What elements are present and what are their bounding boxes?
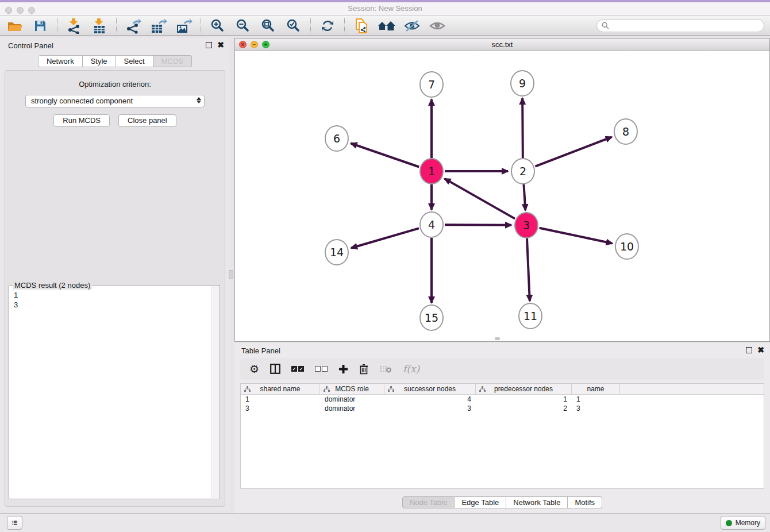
control-panel-float-icon[interactable] (206, 42, 212, 48)
deselect-all-button[interactable] (315, 362, 328, 376)
table-cell[interactable]: 1 (241, 395, 320, 404)
export-image-icon (175, 18, 192, 34)
clone-network-button[interactable] (351, 17, 372, 34)
table-row[interactable]: 1dominator411 (241, 395, 764, 404)
zoom-selected-button[interactable] (283, 17, 304, 34)
graph-node-8[interactable]: 8 (614, 119, 637, 144)
task-history-button[interactable] (7, 516, 22, 530)
app-minimize-button[interactable] (17, 7, 24, 14)
app-maximize-button[interactable] (28, 7, 35, 14)
table-cell[interactable]: 2 (476, 404, 572, 413)
close-panel-button[interactable]: Close panel (118, 114, 176, 127)
edge-4-14[interactable] (351, 228, 419, 248)
mcds-result-list[interactable]: 13 (9, 288, 211, 499)
result-scrollbar[interactable] (211, 286, 219, 498)
app-close-button[interactable] (5, 7, 12, 14)
show-details-button[interactable] (427, 17, 448, 34)
node-label: 8 (622, 125, 629, 138)
memory-button[interactable]: Memory (721, 516, 765, 530)
function-builder-button[interactable]: f(x) (403, 362, 419, 376)
zoom-fit-button[interactable] (258, 17, 279, 34)
column-header-mcds-role[interactable]: MCDS role (320, 384, 384, 394)
export-network-button[interactable] (123, 17, 144, 34)
column-header-successor-nodes[interactable]: successor nodes (384, 384, 476, 394)
search-box[interactable] (596, 19, 764, 32)
graph-node-15[interactable]: 15 (420, 305, 443, 330)
graph-node-11[interactable]: 11 (519, 303, 542, 329)
column-header-shared-name[interactable]: shared name (241, 384, 320, 394)
table-cell[interactable]: 3 (241, 404, 320, 413)
home-button[interactable] (376, 17, 397, 34)
mcds-panel: Optimization criterion: strongly connect… (5, 70, 225, 507)
edge-2-3[interactable] (523, 184, 525, 210)
search-input[interactable] (612, 22, 759, 30)
zoom-in-button[interactable] (207, 17, 228, 34)
optimization-criterion-select[interactable]: strongly connected component (25, 95, 205, 107)
export-table-button[interactable] (148, 17, 169, 34)
delete-column-button[interactable] (379, 362, 392, 376)
edge-3-10[interactable] (540, 228, 613, 244)
graph-node-4[interactable]: 4 (420, 212, 443, 237)
import-network-button[interactable] (64, 17, 84, 34)
run-mcds-button[interactable]: Run MCDS (53, 114, 110, 127)
tab-motifs[interactable]: Motifs (568, 496, 602, 508)
delete-column-icon (379, 364, 392, 373)
app-traffic-lights[interactable] (5, 7, 35, 14)
tab-select[interactable]: Select (116, 55, 153, 67)
show-columns-button[interactable] (270, 362, 280, 376)
edge-3-1[interactable] (445, 179, 515, 219)
edge-4-3[interactable] (445, 225, 511, 225)
tab-node-table[interactable]: Node Table (402, 496, 455, 508)
tab-mcds[interactable]: MCDS (153, 55, 192, 67)
import-table-button[interactable] (89, 17, 110, 34)
edge-3-11[interactable] (527, 238, 530, 301)
hide-details-button[interactable] (402, 17, 422, 34)
table-cell[interactable]: dominator (320, 404, 384, 413)
open-session-button[interactable] (5, 17, 25, 34)
panel-splitter-handle[interactable] (229, 270, 233, 279)
tab-style[interactable]: Style (83, 55, 116, 67)
table-panel-close-icon[interactable]: ✖ (757, 347, 764, 353)
node-label: 11 (523, 310, 537, 322)
graph-node-14[interactable]: 14 (325, 240, 348, 265)
add-row-button[interactable] (338, 362, 348, 376)
column-header-predecessor-nodes[interactable]: predecessor nodes (476, 384, 572, 394)
table-row[interactable]: 3dominator323 (241, 404, 764, 413)
table-panel-float-icon[interactable] (746, 347, 752, 353)
delete-row-button[interactable] (359, 362, 368, 376)
graph-node-9[interactable]: 9 (511, 71, 534, 96)
graph-node-3[interactable]: 3 (515, 213, 538, 238)
network-maximize-button[interactable]: + (262, 41, 270, 48)
edge-2-8[interactable] (535, 137, 611, 166)
edge-1-6[interactable] (351, 143, 419, 167)
select-all-button[interactable]: ✓ ✓ (291, 362, 304, 376)
table-cell[interactable]: 1 (476, 395, 572, 404)
save-session-button[interactable] (30, 17, 51, 34)
table-cell[interactable]: 3 (384, 404, 476, 413)
edge-2-9[interactable] (522, 98, 523, 158)
network-window-titlebar[interactable]: × − + scc.txt (235, 38, 769, 51)
network-minimize-button[interactable]: − (251, 41, 258, 48)
export-image-button[interactable] (174, 17, 194, 34)
network-graph[interactable]: 1234678910111415 (235, 51, 769, 341)
tab-network[interactable]: Network (38, 55, 83, 67)
table-cell[interactable]: dominator (320, 395, 384, 404)
graph-node-1[interactable]: 1 (420, 159, 443, 184)
graph-node-10[interactable]: 10 (615, 234, 638, 259)
table-cell[interactable]: 3 (572, 404, 620, 413)
tab-network-table[interactable]: Network Table (506, 496, 568, 508)
column-header-label: MCDS role (335, 385, 369, 393)
graph-node-7[interactable]: 7 (420, 72, 443, 97)
network-close-button[interactable]: × (239, 41, 247, 48)
refresh-layout-button[interactable] (317, 17, 338, 34)
zoom-out-button[interactable] (233, 17, 253, 34)
network-scrollbar-thumb[interactable] (495, 337, 500, 340)
tab-edge-table[interactable]: Edge Table (455, 496, 506, 508)
table-settings-button[interactable]: ⚙ (249, 362, 259, 376)
table-cell[interactable]: 4 (384, 395, 476, 404)
table-cell[interactable]: 1 (572, 395, 620, 404)
graph-node-6[interactable]: 6 (325, 126, 348, 151)
graph-node-2[interactable]: 2 (511, 159, 534, 184)
control-panel-close-icon[interactable]: ✖ (217, 42, 224, 48)
column-header-name[interactable]: name (572, 384, 620, 394)
